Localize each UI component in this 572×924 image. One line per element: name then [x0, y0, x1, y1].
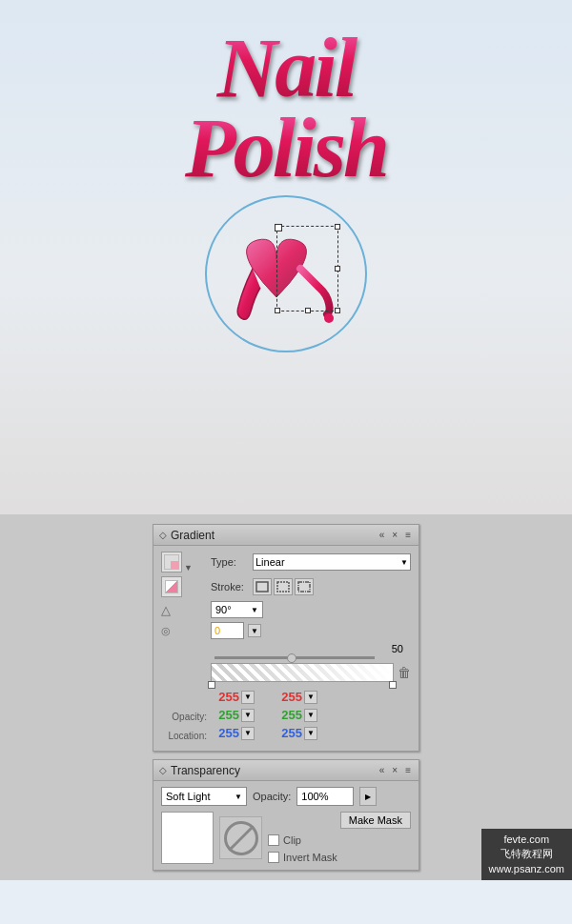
offset-slider-row: 50	[161, 643, 411, 659]
trash-icon[interactable]: 🗑	[398, 665, 411, 680]
transparency-white-square	[161, 812, 214, 864]
no-icon-box[interactable]	[219, 816, 262, 859]
clip-row: Clip	[268, 834, 411, 846]
gradient-title-right: « × ≡	[378, 531, 413, 540]
gradient-menu-btn[interactable]: ≡	[403, 531, 413, 540]
svg-rect-2	[277, 582, 289, 592]
watermark-line3: www.psanz.com	[489, 862, 564, 876]
gradient-angle-row: △ 90° ▼	[161, 601, 411, 618]
watermark-line2: 飞特教程网	[489, 847, 564, 861]
gradient-title-text: Gradient	[171, 529, 214, 542]
angle-dropdown[interactable]: 90° ▼	[211, 601, 263, 618]
offset-left: ◎	[161, 625, 207, 637]
gradient-content: ▼ Type: Linear ▼ Stroke:	[153, 546, 419, 751]
transparency-menu-btn[interactable]: ≡	[403, 766, 413, 775]
make-mask-button[interactable]: Make Mask	[340, 812, 411, 829]
transparency-bottom: Make Mask Clip Invert Mask	[161, 812, 411, 864]
handle-br	[335, 308, 340, 313]
panels-wrapper: ◇ Gradient « × ≡	[0, 514, 572, 880]
blend-mode-dropdown[interactable]: Soft Light ▼	[161, 787, 247, 806]
gradient-bar[interactable]	[211, 663, 394, 682]
stroke-icon-1[interactable]	[253, 578, 272, 595]
transparency-content: Soft Light ▼ Opacity: 100% ▶	[153, 781, 419, 870]
blue-right-row: 255 ▼	[274, 726, 317, 740]
type-dropdown[interactable]: Linear ▼	[253, 553, 411, 571]
offset-dropdown[interactable]: ▼	[248, 624, 261, 637]
green-right-value: 255	[274, 708, 302, 722]
transparency-panel: ◇ Transparency « × ≡ Soft Light ▼ Opacit…	[153, 759, 419, 871]
gradient-titlebar[interactable]: ◇ Gradient « × ≡	[153, 525, 419, 546]
transparency-close-btn[interactable]: ×	[390, 766, 399, 775]
opacity-dropdown[interactable]: 100%	[296, 787, 354, 806]
invert-mask-row: Invert Mask	[268, 852, 411, 863]
transparency-titlebar[interactable]: ◇ Transparency « × ≡	[153, 760, 419, 781]
clip-label: Clip	[283, 834, 301, 846]
svg-rect-3	[298, 582, 310, 592]
svg-rect-1	[256, 582, 268, 592]
svg-point-0	[324, 313, 334, 323]
stop-marker-left[interactable]	[208, 681, 215, 689]
canvas-area: Nail Polish	[0, 0, 572, 514]
invert-mask-label: Invert Mask	[283, 852, 337, 863]
no-icon-circle	[224, 821, 258, 855]
stroke-icon-3[interactable]	[295, 578, 314, 595]
clip-checkbox[interactable]	[268, 834, 279, 846]
text-nail: Nail	[185, 29, 387, 109]
stroke-swatch[interactable]	[161, 576, 182, 597]
stroke-icons	[253, 578, 314, 595]
blue-right-dropdown[interactable]: ▼	[304, 727, 317, 740]
gradient-stroke-row: Stroke:	[161, 576, 411, 597]
watermark: fevte.com 飞特教程网 www.psanz.com	[481, 829, 572, 880]
handle-tr	[335, 224, 340, 230]
red-right-dropdown[interactable]: ▼	[304, 691, 317, 704]
opacity-text-label: Opacity:	[253, 791, 291, 802]
gradient-resize-btn[interactable]: «	[378, 531, 387, 540]
green-left-row: 255 ▼	[211, 708, 255, 722]
red-left-value: 255	[211, 690, 239, 704]
gradient-title-left: ◇ Gradient	[159, 529, 214, 542]
gradient-collapse-icon[interactable]: ◇	[159, 530, 167, 540]
blue-left-row: 255 ▼	[211, 726, 255, 740]
watermark-line1: fevte.com	[489, 833, 564, 847]
green-left-value: 255	[211, 708, 239, 722]
transparency-title-left: ◇ Transparency	[159, 764, 240, 777]
stop-marker-right[interactable]	[389, 681, 397, 689]
stroke-label: Stroke:	[211, 581, 249, 593]
color-left-col: 255 ▼ 255 ▼ 255 ▼	[211, 690, 255, 745]
heart-circle-container	[200, 197, 372, 350]
gradient-offset-row: ◎ 0 ▼	[161, 622, 411, 639]
opacity-value: 100%	[301, 791, 328, 802]
offset-controls: 0 ▼	[211, 622, 261, 639]
gradient-bar-fill	[212, 664, 393, 681]
blue-left-value: 255	[211, 726, 239, 740]
transparency-mode-row: Soft Light ▼ Opacity: 100% ▶	[161, 787, 411, 806]
transparency-resize-btn[interactable]: «	[378, 766, 387, 775]
gradient-swatch-box[interactable]	[161, 552, 182, 572]
gradient-close-btn[interactable]: ×	[390, 531, 399, 540]
blue-left-dropdown[interactable]: ▼	[241, 727, 255, 740]
transparency-title-right: « × ≡	[378, 766, 413, 775]
red-right-value: 255	[274, 690, 302, 704]
text-polish: Polish	[185, 109, 387, 189]
gradient-bar-row: 🗑	[161, 663, 411, 682]
green-left-dropdown[interactable]: ▼	[241, 709, 255, 722]
offset-slider-thumb[interactable]	[287, 653, 296, 663]
opacity-label: Opacity:	[161, 709, 207, 726]
stroke-icon-2[interactable]	[274, 578, 293, 595]
invert-mask-checkbox[interactable]	[268, 852, 279, 863]
gradient-panel: ◇ Gradient « × ≡	[153, 524, 419, 752]
red-left-dropdown[interactable]: ▼	[241, 691, 255, 704]
green-right-dropdown[interactable]: ▼	[304, 709, 317, 722]
offset-value-box[interactable]: 0	[211, 622, 244, 639]
color-values-area: Opacity: Location: 255 ▼ 255 ▼	[161, 690, 411, 745]
angle-left: △	[161, 603, 207, 617]
offset-slider-track[interactable]	[214, 656, 375, 659]
play-button[interactable]: ▶	[359, 787, 377, 806]
red-left-row: 255 ▼	[211, 690, 255, 704]
color-right-col: 255 ▼ 255 ▼ 255 ▼	[274, 690, 317, 745]
red-right-row: 255 ▼	[274, 690, 317, 704]
blend-mode-value: Soft Light	[166, 791, 210, 802]
transparency-collapse-icon[interactable]: ◇	[159, 765, 167, 775]
angle-icon: △	[161, 603, 171, 617]
offset-slider-area: 50	[211, 643, 411, 659]
